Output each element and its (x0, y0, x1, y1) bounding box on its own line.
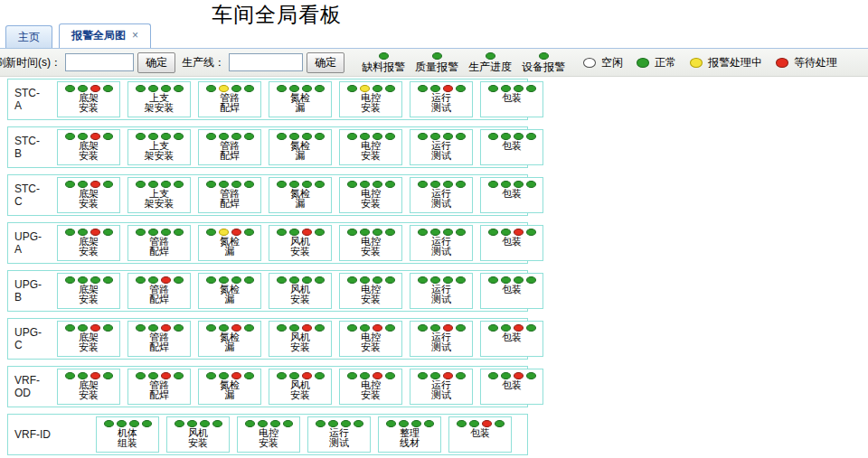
status-dot-R (90, 324, 100, 332)
status-dot-G (341, 420, 351, 427)
station-cells: 底架安装上支架安装管路配焊氮检漏电控安装运行测试包装 (57, 129, 543, 165)
station-dots (65, 133, 113, 140)
status-dot-G (117, 420, 127, 427)
status-dot-G (174, 181, 184, 188)
status-dot-G (78, 372, 88, 379)
station-label: 氮检漏 (290, 141, 310, 161)
station-cell: 电控安装 (339, 129, 402, 165)
station-dots (347, 276, 395, 284)
tab-home[interactable]: 主页 (5, 25, 52, 48)
status-dot-Y (219, 229, 229, 236)
close-icon[interactable]: × (132, 29, 138, 42)
station-label: 包装 (502, 189, 522, 199)
status-dot-G (78, 276, 88, 284)
status-dot-G (360, 133, 370, 140)
station-label: 底架安装 (79, 93, 99, 113)
status-dot-G (385, 276, 395, 284)
status-dot-R (161, 324, 171, 332)
station-label: 风机安装 (290, 332, 310, 352)
status-dot-G (347, 372, 357, 379)
tab-bar: 主页 报警全局图× (0, 26, 868, 49)
alarm-type-legend: 缺料报警质量报警生产进度设备报警 (362, 52, 565, 73)
status-dot-G (161, 133, 171, 140)
station-dots (136, 85, 184, 92)
alarm-type-label: 生产进度 (468, 61, 512, 73)
status-dot-Y (360, 85, 370, 92)
status-dot-G (385, 372, 395, 379)
status-dot-G (174, 324, 184, 332)
status-dot-G (430, 181, 440, 188)
status-dot-G (136, 372, 146, 379)
status-dot-G (488, 181, 498, 188)
status-dot-G (103, 276, 113, 284)
status-dot-G (231, 181, 241, 188)
station-dots (136, 181, 184, 188)
status-legend-label: 等待处理 (794, 55, 837, 70)
status-dot-G (373, 229, 382, 236)
station-label: 整理线材 (400, 428, 420, 448)
status-dot-G (65, 181, 75, 188)
station-dots (65, 229, 113, 236)
status-dot-G (289, 181, 299, 188)
status-dot-G (103, 324, 113, 332)
line-row-vrf-od: VRF-OD底架安装管路配焊氮检漏风机安装电控安装运行测试包装 (7, 366, 528, 407)
station-label: 电控安装 (361, 141, 381, 161)
status-dot-G (637, 58, 649, 68)
station-label: 上支架安装 (145, 93, 175, 113)
station-label: 氮检漏 (220, 380, 240, 400)
status-dot-G (526, 324, 536, 332)
station-dots (347, 324, 395, 332)
station-label: 氮检漏 (290, 189, 310, 209)
status-dot-G (347, 181, 357, 188)
refresh-confirm-button[interactable]: 确定 (137, 52, 175, 73)
status-legend-item: 空闲 (583, 55, 623, 70)
station-cells: 底架安装上支架安装管路配焊氮检漏电控安装运行测试包装 (57, 81, 543, 117)
station-dots (488, 181, 536, 188)
line-row-upg-a: UPG-A底架安装管路配焊氮检漏风机安装电控安装运行测试包装 (7, 222, 528, 264)
station-cell: 风机安装 (269, 369, 332, 405)
line-confirm-button[interactable]: 确定 (307, 52, 344, 73)
station-dots (488, 85, 536, 92)
status-dot-G (244, 324, 254, 332)
line-label: UPG-C (8, 326, 57, 351)
status-dot-G (245, 420, 255, 427)
station-cell: 包装 (480, 225, 543, 261)
station-cell: 上支架安装 (127, 129, 191, 165)
station-dots (206, 133, 254, 140)
station-dots (488, 133, 536, 140)
station-dots (65, 85, 113, 92)
status-dot-G (161, 181, 171, 188)
status-dot-G (148, 276, 158, 284)
refresh-time-input[interactable] (65, 53, 134, 71)
status-dot-Y (690, 58, 703, 68)
status-dot-G (148, 133, 158, 140)
status-dot-R (514, 372, 524, 379)
station-cell: 底架安装 (57, 273, 120, 309)
status-dot-G (418, 85, 428, 92)
station-cell: 底架安装 (57, 81, 120, 117)
status-dot-R (443, 372, 453, 379)
status-dot-G (501, 85, 511, 92)
status-dot-G (277, 85, 287, 92)
status-dot-G (526, 181, 536, 188)
station-label: 管路配焊 (149, 237, 169, 257)
station-dots (488, 276, 536, 284)
production-line-input[interactable] (229, 53, 303, 71)
station-label: 电控安装 (361, 332, 381, 352)
status-dot-G (385, 133, 395, 140)
status-dot-G (360, 181, 370, 188)
status-dot-G (136, 85, 146, 92)
status-dot-G (289, 229, 299, 236)
status-dot-R (482, 420, 492, 427)
station-cell: 运行测试 (307, 416, 371, 453)
station-dots (136, 133, 184, 140)
station-dots (418, 133, 466, 140)
status-dot-G (488, 276, 498, 284)
tab-alarm-global-map[interactable]: 报警全局图× (59, 23, 151, 48)
station-dots (65, 324, 113, 332)
status-dot-G (148, 181, 158, 188)
line-row-upg-b: UPG-B底架安装管路配焊氮检漏风机安装电控安装运行测试包装 (7, 270, 528, 312)
status-dot-G (486, 52, 495, 60)
line-status-board: STC-A底架安装上支架安装管路配焊氮检漏电控安装运行测试包装STC-B底架安装… (7, 79, 528, 458)
station-cell: 管路配焊 (198, 177, 261, 213)
